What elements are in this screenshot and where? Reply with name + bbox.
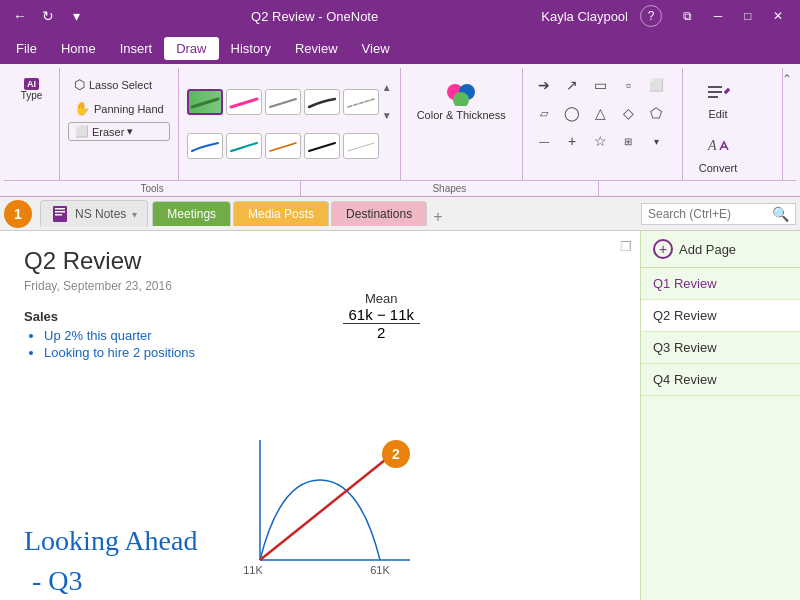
shape-circle[interactable]: ◯ — [561, 102, 583, 124]
shape-pentagon[interactable]: ⬠ — [645, 102, 667, 124]
menu-item-draw[interactable]: Draw — [164, 37, 218, 60]
menu-item-insert[interactable]: Insert — [108, 37, 165, 60]
menu-item-review[interactable]: Review — [283, 37, 350, 60]
pen-teal[interactable] — [226, 133, 262, 159]
pen-black[interactable] — [304, 133, 340, 159]
ribbon-label-blank — [599, 181, 797, 196]
svg-rect-15 — [55, 208, 65, 210]
page-item-q2[interactable]: Q2 Review — [641, 300, 800, 332]
window-controls: ⧉ ─ □ ✕ — [674, 5, 792, 27]
pen-light[interactable] — [343, 133, 379, 159]
shape-parallelogram[interactable]: ▱ — [533, 102, 555, 124]
pen-blue[interactable] — [187, 133, 223, 159]
pen-gray2[interactable] — [343, 89, 379, 115]
shape-cross[interactable]: + — [561, 130, 583, 152]
minimize-button[interactable]: ─ — [704, 5, 732, 27]
svg-text:A: A — [707, 138, 717, 153]
notebook-icon — [51, 205, 69, 223]
scroll-down-button[interactable]: ▼ — [382, 111, 392, 121]
customize-button[interactable]: ▾ — [64, 4, 88, 28]
edit-button[interactable]: Edit — [696, 74, 740, 124]
lasso-select-button[interactable]: ⬡ Lasso Select — [68, 74, 170, 95]
svg-rect-11 — [708, 96, 718, 98]
add-page-button[interactable]: + Add Page — [641, 231, 800, 268]
svg-rect-17 — [55, 214, 62, 216]
shapes-dropdown[interactable]: ▾ — [645, 130, 667, 152]
titlebar-nav: ← ↻ ▾ — [8, 4, 88, 28]
section-tab-media[interactable]: Media Posts — [233, 201, 329, 226]
help-button[interactable]: ? — [640, 5, 662, 27]
back-button[interactable]: ← — [8, 4, 32, 28]
restore-down-button[interactable]: ⧉ — [674, 5, 702, 27]
mean-fraction: 61k − 11k 2 — [343, 306, 420, 341]
pen-pink[interactable] — [226, 89, 262, 115]
ribbon: AI Type ⬡ Lasso Select ✋ Panning Hand ⬜ … — [0, 64, 800, 197]
menu-item-home[interactable]: Home — [49, 37, 108, 60]
svg-line-1 — [231, 99, 257, 107]
page-item-q4[interactable]: Q4 Review — [641, 364, 800, 396]
search-icon[interactable]: 🔍 — [772, 206, 789, 222]
ribbon-group-tools: ⬡ Lasso Select ✋ Panning Hand ⬜ Eraser ▾ — [60, 68, 179, 180]
shape-arrow-right[interactable]: ➔ — [533, 74, 555, 96]
lasso-label: Lasso Select — [89, 79, 152, 91]
notebook-tab[interactable]: NS Notes ▾ — [40, 200, 148, 227]
convert-button[interactable]: A Convert — [691, 128, 746, 178]
titlebar-title: Q2 Review - OneNote — [251, 9, 378, 24]
titlebar-left: ← ↻ ▾ — [8, 4, 88, 28]
svg-rect-16 — [55, 211, 65, 213]
shape-arrow-up-right[interactable]: ↗ — [561, 74, 583, 96]
title-bar: ← ↻ ▾ Q2 Review - OneNote Kayla Claypool… — [0, 0, 800, 32]
handwriting-area: Looking Ahead - Q3 — [24, 525, 197, 597]
page-item-q3[interactable]: Q3 Review — [641, 332, 800, 364]
search-bar: 🔍 — [641, 203, 796, 225]
sales-item-1: Up 2% this quarter — [44, 328, 616, 343]
shape-line-h[interactable]: — — [533, 130, 555, 152]
menu-item-file[interactable]: File — [4, 37, 49, 60]
chart-area: 11K 61K 2 — [220, 430, 420, 593]
eraser-button[interactable]: ⬜ Eraser ▾ — [68, 122, 170, 141]
svg-line-0 — [192, 99, 218, 107]
type-button[interactable]: AI Type — [17, 74, 47, 105]
pen-green[interactable] — [187, 89, 223, 115]
shape-triangle[interactable]: △ — [589, 102, 611, 124]
sales-section: Sales Up 2% this quarter Looking to hire… — [24, 309, 616, 360]
pen-gray1[interactable] — [265, 89, 301, 115]
add-section-button[interactable]: + — [429, 208, 446, 226]
section-tabs: Meetings Media Posts Destinations + — [152, 201, 446, 226]
step-badge-1: 1 — [4, 200, 32, 228]
shape-rounded-rect[interactable]: ⬜ — [645, 74, 667, 96]
close-button[interactable]: ✕ — [764, 5, 792, 27]
forward-button[interactable]: ↻ — [36, 4, 60, 28]
scroll-up-button[interactable]: ▲ — [382, 83, 392, 93]
add-page-label: Add Page — [679, 242, 736, 257]
type-label: Type — [21, 90, 43, 101]
pen-dark[interactable] — [304, 89, 340, 115]
svg-rect-10 — [708, 91, 722, 93]
shape-rect-outline[interactable]: ▫ — [617, 74, 639, 96]
color-thickness-button[interactable]: Color & Thickness — [409, 78, 514, 125]
eraser-chevron: ▾ — [127, 125, 133, 138]
shape-rect[interactable]: ▭ — [589, 74, 611, 96]
expand-icon[interactable]: ❐ — [620, 239, 632, 254]
menu-item-view[interactable]: View — [350, 37, 402, 60]
search-input[interactable] — [648, 207, 768, 221]
titlebar-user: Kayla Claypool — [541, 9, 628, 24]
shape-diamond[interactable]: ◇ — [617, 102, 639, 124]
shape-expand[interactable]: ⊞ — [617, 130, 639, 152]
svg-line-4 — [270, 143, 296, 151]
ribbon-collapse-button[interactable]: ⌃ — [778, 68, 796, 90]
ribbon-group-type: AI Type — [4, 68, 60, 180]
pen-orange[interactable] — [265, 133, 301, 159]
shape-star[interactable]: ☆ — [589, 130, 611, 152]
section-tab-destinations[interactable]: Destinations — [331, 201, 427, 226]
panning-hand-button[interactable]: ✋ Panning Hand — [68, 98, 170, 119]
panning-label: Panning Hand — [94, 103, 164, 115]
ai-badge: AI — [24, 78, 39, 90]
section-tab-meetings[interactable]: Meetings — [152, 201, 231, 226]
ribbon-labels: Tools Shapes — [4, 180, 796, 196]
menu-item-history[interactable]: History — [219, 37, 283, 60]
maximize-button[interactable]: □ — [734, 5, 762, 27]
notebook-name: NS Notes — [75, 207, 126, 221]
notebook-chevron: ▾ — [132, 209, 137, 220]
page-item-q1[interactable]: Q1 Review — [641, 268, 800, 300]
